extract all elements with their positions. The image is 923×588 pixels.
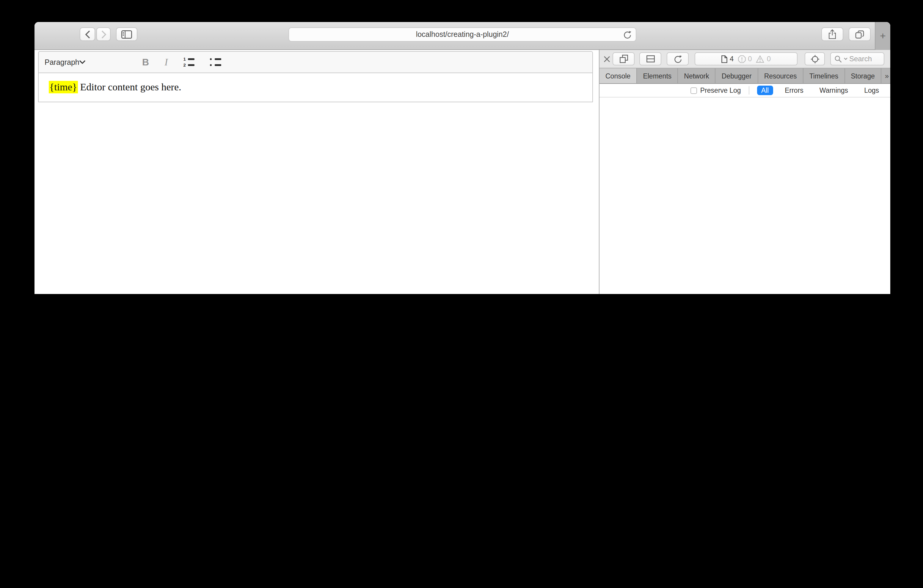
new-tab-button[interactable]: + [875, 22, 890, 50]
filter-logs[interactable]: Logs [860, 85, 883, 95]
devtools-tab-network[interactable]: Network [678, 68, 716, 83]
search-input[interactable]: Search [830, 52, 884, 66]
page-count: 4 [730, 55, 734, 63]
share-icon [828, 29, 836, 39]
heading-dropdown-label: Paragraph [44, 58, 79, 66]
chevron-left-icon [85, 30, 90, 38]
filter-all[interactable]: All [757, 85, 773, 95]
tab-overview-button[interactable] [849, 27, 870, 41]
split-pane-icon [646, 55, 654, 62]
search-placeholder: Search [849, 55, 872, 63]
bulleted-list-icon [210, 57, 221, 61]
bulleted-list-button[interactable] [210, 57, 221, 67]
placeholder-widget[interactable]: {time} [49, 81, 77, 94]
issues-summary-button[interactable]: 4 0 0 [695, 52, 798, 66]
editor-toolbar: Paragraph B I 1 2 [38, 51, 593, 73]
close-devtools-button[interactable] [603, 55, 611, 63]
devtools-tab-resources[interactable]: Resources [758, 68, 803, 83]
overflow-tabs-button[interactable]: » [881, 68, 890, 83]
detach-devtools-button[interactable] [613, 52, 635, 66]
titlebar: localhost/creating-a-plugin2/ + [34, 22, 890, 50]
document-icon [721, 55, 728, 63]
console-filter-bar: Preserve Log AllErrorsWarningsLogs [599, 84, 890, 97]
reload-icon[interactable] [623, 30, 632, 39]
screen: localhost/creating-a-plugin2/ + [0, 0, 923, 294]
preserve-log-toggle[interactable]: Preserve Log [691, 87, 741, 94]
back-button[interactable] [80, 27, 95, 41]
window-content: Paragraph B I 1 2 [34, 50, 890, 294]
dock-side-button[interactable] [639, 52, 661, 66]
search-icon [834, 55, 842, 63]
devtools-panel: 4 0 0 [599, 50, 890, 294]
filter-warnings[interactable]: Warnings [815, 85, 852, 95]
bold-button[interactable]: B [142, 57, 149, 67]
forward-button[interactable] [96, 27, 111, 41]
editor-text: Editor content goes here. [77, 81, 181, 93]
console-scope-filters: AllErrorsWarningsLogs [757, 85, 883, 95]
web-page: Paragraph B I 1 2 [34, 50, 599, 294]
devtools-toolbar: 4 0 0 [599, 50, 890, 68]
editor-content[interactable]: {time} Editor content goes here. [38, 73, 593, 102]
divider [749, 86, 749, 95]
heading-dropdown[interactable]: Paragraph [44, 58, 129, 66]
devtools-tab-elements[interactable]: Elements [637, 68, 678, 83]
plus-icon: + [880, 30, 886, 42]
error-icon [738, 55, 746, 63]
tabs-icon [855, 30, 864, 38]
chevron-right-icon [101, 30, 106, 38]
devtools-tab-storage[interactable]: Storage [845, 68, 881, 83]
sidebar-icon [122, 30, 132, 38]
numbered-list-icon: 1 [183, 57, 194, 61]
element-picker-button[interactable] [805, 52, 825, 66]
duplicate-icon [619, 55, 628, 63]
search-chevron-icon [844, 57, 847, 60]
preserve-log-label: Preserve Log [700, 87, 741, 94]
devtools-tab-console[interactable]: Console [599, 68, 637, 83]
chevron-down-icon [79, 60, 86, 64]
url-text: localhost/creating-a-plugin2/ [416, 30, 509, 39]
italic-button[interactable]: I [164, 56, 168, 68]
reload-page-button[interactable] [667, 52, 689, 66]
error-count: 0 [748, 55, 752, 63]
devtools-tab-timelines[interactable]: Timelines [803, 68, 845, 83]
preserve-log-checkbox[interactable] [691, 87, 697, 94]
console-output: Console cleared at 4:53:46 PM Placeholde… [599, 97, 890, 294]
numbered-list-button[interactable]: 1 2 [183, 57, 194, 67]
filter-errors[interactable]: Errors [780, 85, 808, 95]
sidebar-toggle-button[interactable] [116, 27, 137, 41]
crosshair-icon [810, 54, 819, 63]
reload-icon [673, 54, 682, 63]
devtools-tabs: ConsoleElementsNetworkDebuggerResourcesT… [599, 68, 890, 84]
browser-window: localhost/creating-a-plugin2/ + [34, 22, 890, 294]
url-field[interactable]: localhost/creating-a-plugin2/ [288, 27, 636, 42]
warning-icon [756, 55, 765, 63]
share-button[interactable] [821, 27, 843, 41]
ckeditor: Paragraph B I 1 2 [38, 51, 593, 102]
warning-count: 0 [767, 55, 771, 63]
devtools-tab-debugger[interactable]: Debugger [716, 68, 758, 83]
